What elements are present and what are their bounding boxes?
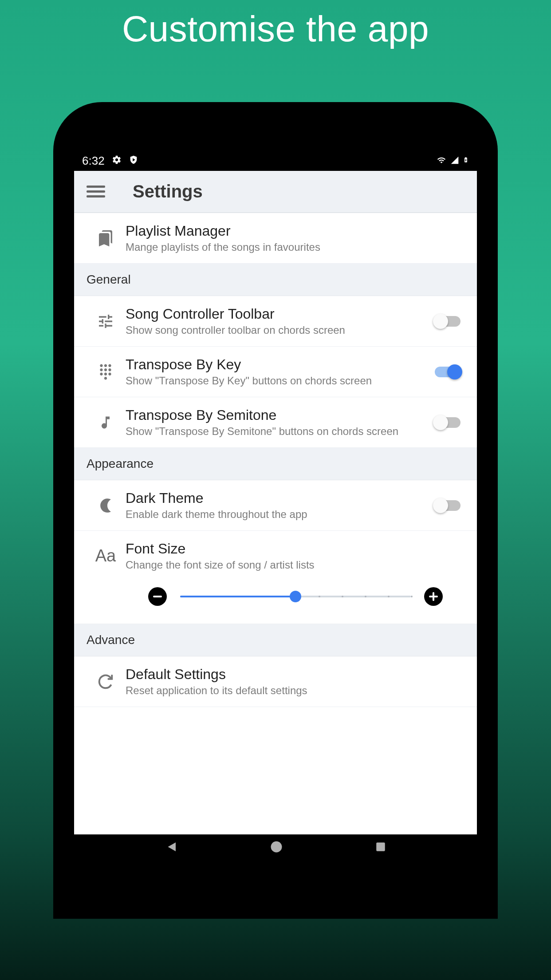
- dialpad-icon: [86, 364, 126, 380]
- song-controller-toggle[interactable]: [435, 316, 460, 327]
- svg-point-3: [271, 842, 282, 853]
- app-bar: Settings: [74, 171, 477, 213]
- font-decrease-button[interactable]: [148, 587, 167, 606]
- music-note-icon: [86, 415, 126, 431]
- svg-rect-4: [377, 842, 386, 851]
- transpose-semitone-toggle[interactable]: [435, 417, 460, 428]
- row-subtitle: Mange playlists of the songs in favourit…: [126, 241, 465, 253]
- status-time: 6:32: [82, 154, 105, 168]
- row-title: Font Size: [126, 541, 465, 557]
- font-size-row: Aa Font Size Change the font size of son…: [74, 531, 477, 624]
- row-title: Song Controller Toolbar: [126, 306, 430, 322]
- row-subtitle: Reset application to its default setting…: [126, 684, 465, 697]
- transpose-semitone-row[interactable]: Transpose By Semitone Show "Transpose By…: [74, 397, 477, 448]
- nav-back-button[interactable]: [165, 840, 178, 855]
- status-bar: 6:32: [74, 151, 477, 171]
- row-title: Playlist Manager: [126, 223, 465, 239]
- section-advance: Advance: [74, 624, 477, 656]
- page-title: Settings: [133, 182, 203, 202]
- dark-theme-toggle[interactable]: [435, 500, 460, 511]
- bookmark-icon: [86, 229, 126, 247]
- battery-icon: [463, 154, 469, 168]
- row-subtitle: Show "Transpose By Semitone" buttons on …: [126, 425, 430, 438]
- svg-rect-0: [153, 596, 162, 597]
- row-subtitle: Show "Transpose By Key" buttons on chord…: [126, 375, 430, 387]
- transpose-key-row[interactable]: Transpose By Key Show "Transpose By Key"…: [74, 347, 477, 397]
- reset-icon: [86, 673, 126, 690]
- song-controller-row[interactable]: Song Controller Toolbar Show song contro…: [74, 296, 477, 347]
- row-title: Default Settings: [126, 666, 465, 683]
- settings-list[interactable]: Playlist Manager Mange playlists of the …: [74, 213, 477, 834]
- font-size-slider[interactable]: [180, 588, 411, 605]
- nav-bar: [74, 834, 477, 861]
- row-title: Transpose By Key: [126, 356, 430, 373]
- row-subtitle: Change the font size of song / artist li…: [126, 559, 465, 571]
- gear-icon: [112, 154, 122, 168]
- section-appearance: Appearance: [74, 448, 477, 480]
- signal-icon: [450, 154, 459, 168]
- menu-icon[interactable]: [87, 183, 105, 200]
- dark-theme-row[interactable]: Dark Theme Enable dark theme throughout …: [74, 480, 477, 531]
- default-settings-row[interactable]: Default Settings Reset application to it…: [74, 656, 477, 707]
- nav-recents-button[interactable]: [375, 841, 386, 854]
- row-title: Dark Theme: [126, 490, 430, 506]
- wifi-icon: [436, 154, 447, 168]
- sliders-icon: [86, 312, 126, 330]
- playlist-manager-row[interactable]: Playlist Manager Mange playlists of the …: [74, 213, 477, 264]
- row-subtitle: Enable dark theme throughout the app: [126, 508, 430, 521]
- phone-frame: 6:32: [53, 102, 498, 919]
- svg-rect-2: [429, 596, 438, 597]
- shield-play-icon: [129, 154, 138, 168]
- row-title: Transpose By Semitone: [126, 407, 430, 423]
- screen: 6:32: [74, 151, 477, 861]
- font-icon: Aa: [86, 546, 126, 565]
- promo-title: Customise the app: [0, 0, 551, 50]
- section-general: General: [74, 264, 477, 296]
- nav-home-button[interactable]: [270, 840, 283, 855]
- moon-icon: [86, 497, 126, 514]
- row-subtitle: Show song controller toolbar on chords s…: [126, 324, 430, 336]
- transpose-key-toggle[interactable]: [435, 367, 460, 377]
- font-increase-button[interactable]: [424, 587, 443, 606]
- slider-thumb[interactable]: [290, 591, 301, 602]
